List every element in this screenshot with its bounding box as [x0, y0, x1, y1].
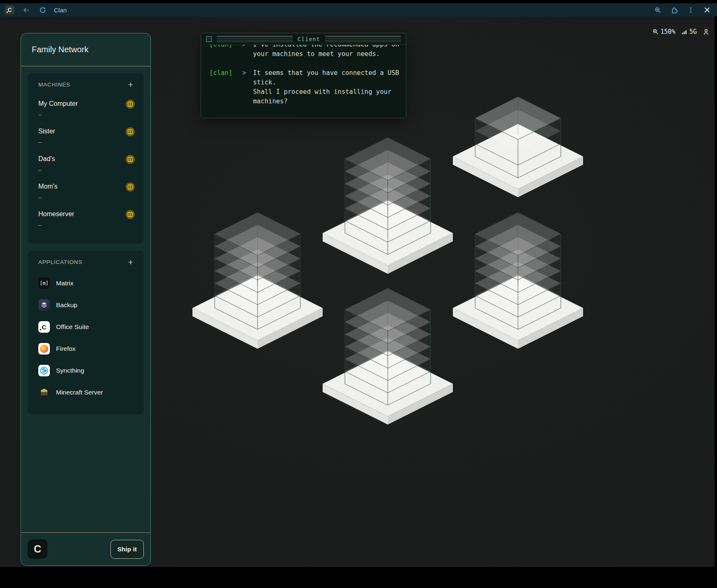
signal-icon: [681, 28, 688, 35]
terminal-message: [clan]>I've installed the recommended ap…: [209, 45, 406, 59]
syncthing-icon: [38, 365, 50, 376]
firefox-icon: [38, 343, 50, 355]
network-indicator: 5G: [681, 28, 697, 35]
magnifier-icon: [652, 28, 659, 35]
machine-item[interactable]: Sister –: [38, 128, 133, 145]
machines-panel: MACHINES + My Computer – Sister – Dad's …: [28, 73, 144, 244]
zoom-indicator: 150%: [652, 28, 675, 35]
application-name: Backup: [56, 301, 77, 309]
message-prefix: [clan]: [209, 45, 235, 59]
terminal-message: [clan]>It seems that you have connected …: [209, 68, 406, 106]
application-item[interactable]: C Office Suite: [38, 321, 133, 333]
terminal-title: Client: [298, 36, 320, 42]
account-indicator[interactable]: [703, 28, 710, 35]
clan-footer-glyph: C: [34, 544, 41, 554]
application-item[interactable]: Minecraft Server: [38, 387, 133, 398]
machine-item[interactable]: Dad's –: [38, 155, 133, 173]
minecraft-icon: [38, 387, 50, 398]
application-name: Firefox: [56, 345, 75, 352]
message-text: It seems that you have connected a USBst…: [253, 68, 406, 106]
terminal-body[interactable]: [clan]>I've installed the recommended ap…: [201, 45, 406, 118]
browser-chrome: C Clan: [0, 3, 717, 16]
clan-logo-dot: [7, 12, 8, 13]
person-icon: [703, 28, 710, 35]
screen: C Clan 150% 5G: [0, 0, 717, 588]
backup-icon: [38, 299, 50, 311]
zoom-level-value: 150%: [661, 28, 675, 35]
network-value: 5G: [689, 28, 697, 35]
window-control-icon[interactable]: [206, 36, 212, 42]
menu-icon[interactable]: [686, 5, 696, 15]
machines-header: MACHINES: [38, 82, 70, 88]
machine-item[interactable]: Mom's –: [38, 183, 133, 201]
message-separator: >: [235, 68, 253, 106]
applications-list: [m] Matrix Backup C Office Suite Firefox…: [38, 278, 133, 398]
machine-item[interactable]: My Computer –: [38, 100, 133, 118]
sidebar: Family Network MACHINES + My Computer – …: [21, 33, 151, 566]
titlebar-stripes-left: [217, 36, 293, 42]
machine-name: Dad's: [38, 155, 121, 163]
machine-status: –: [38, 194, 121, 201]
application-name: Minecraft Server: [56, 389, 103, 396]
machine-status: –: [38, 111, 121, 118]
application-name: Syncthing: [56, 367, 84, 374]
titlebar-stripes-right: [325, 36, 401, 42]
machine-status: –: [38, 139, 121, 145]
back-icon[interactable]: [21, 5, 31, 15]
message-text: I've installed the recommended apps onyo…: [253, 45, 406, 59]
machine-node-4[interactable]: [453, 212, 583, 349]
application-name: Office Suite: [56, 323, 89, 331]
close-icon[interactable]: [702, 5, 712, 15]
message-prefix: [clan]: [209, 68, 235, 106]
application-item[interactable]: [m] Matrix: [38, 278, 133, 289]
zoom-in-icon[interactable]: [653, 5, 663, 15]
machine-node-1[interactable]: [453, 97, 583, 197]
warning-badge-icon: [126, 155, 135, 164]
machine-name: Mom's: [38, 183, 121, 190]
application-name: Matrix: [56, 280, 73, 287]
clan-logo-glyph: C: [7, 7, 12, 13]
application-item[interactable]: Syncthing: [38, 365, 133, 376]
status-indicators: 150% 5G: [652, 28, 710, 35]
add-machine-button[interactable]: +: [128, 82, 133, 88]
message-separator: >: [235, 45, 253, 59]
page-title: Clan: [54, 7, 67, 14]
warning-badge-icon: [126, 100, 135, 109]
applications-panel: APPLICATIONS + [m] Matrix Backup C Offic…: [28, 251, 144, 414]
machine-node-2[interactable]: [323, 138, 453, 274]
terminal-titlebar[interactable]: Client: [201, 33, 406, 45]
machine-name: My Computer: [38, 100, 121, 107]
machine-node-3[interactable]: [192, 212, 323, 349]
machine-item[interactable]: Homeserver –: [38, 210, 133, 228]
application-item[interactable]: Backup: [38, 299, 133, 311]
machine-name: Sister: [38, 128, 121, 135]
clan-footer-logo-icon: C: [28, 539, 47, 559]
warning-badge-icon: [126, 210, 135, 219]
machine-status: –: [38, 222, 121, 228]
network-title: Family Network: [21, 33, 150, 66]
applications-header: APPLICATIONS: [38, 259, 82, 265]
machines-list: My Computer – Sister – Dad's – Mom's: [38, 100, 133, 228]
warning-badge-icon: [126, 182, 135, 191]
machine-status: –: [38, 166, 121, 173]
clan-logo-icon: C: [5, 5, 14, 15]
warning-badge-icon: [126, 127, 135, 136]
refresh-icon[interactable]: [37, 5, 47, 15]
office-suite-icon: C: [38, 321, 50, 333]
sidebar-footer: C Ship it: [21, 532, 150, 565]
machine-name: Homeserver: [38, 210, 121, 218]
matrix-icon: [m]: [38, 278, 50, 289]
application-item[interactable]: Firefox: [38, 343, 133, 355]
client-terminal-window: Client [clan]>I've installed the recomme…: [201, 33, 406, 118]
add-application-button[interactable]: +: [128, 259, 133, 265]
ship-it-button[interactable]: Ship it: [110, 540, 144, 559]
extensions-icon[interactable]: [669, 5, 679, 15]
machine-node-5[interactable]: [323, 288, 453, 425]
